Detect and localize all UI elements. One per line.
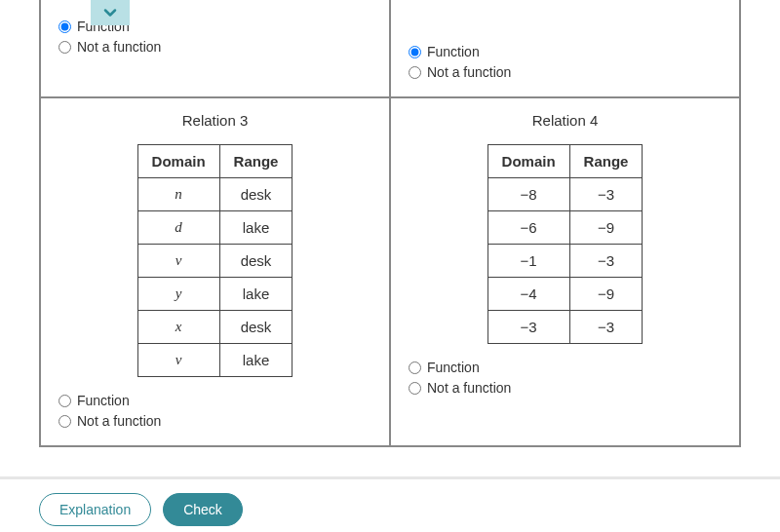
- relation4-function-radio[interactable]: [409, 361, 421, 374]
- table-row: vdesk: [137, 245, 292, 278]
- option-label: Not a function: [77, 411, 161, 432]
- domain-header: Domain: [488, 145, 569, 178]
- relation3-notfunction-option[interactable]: Not a function: [58, 411, 371, 432]
- table-row: ndesk: [137, 178, 292, 211]
- explanation-button[interactable]: Explanation: [39, 493, 151, 526]
- relations-grid: Function Not a function Function Not a f…: [39, 0, 741, 447]
- table-row: −3−3: [488, 311, 643, 344]
- range-header: Range: [219, 145, 292, 178]
- table-row: vlake: [137, 344, 292, 377]
- relation4-notfunction-option[interactable]: Not a function: [409, 378, 722, 399]
- relation2-function-radio[interactable]: [409, 46, 421, 58]
- range-header: Range: [569, 145, 643, 178]
- chevron-down-icon: [100, 3, 120, 22]
- relation2-notfunction-radio[interactable]: [409, 66, 421, 79]
- relation1-notfunction-radio[interactable]: [58, 41, 71, 54]
- relation-2-cell: Function Not a function: [390, 0, 740, 97]
- footer-bar: Explanation Check: [0, 476, 780, 532]
- option-label: Not a function: [77, 37, 161, 57]
- option-label: Function: [427, 42, 480, 62]
- expand-dropdown[interactable]: [91, 0, 130, 25]
- relation3-function-option[interactable]: Function: [58, 391, 371, 411]
- option-label: Function: [77, 391, 130, 411]
- relation4-function-option[interactable]: Function: [409, 358, 722, 378]
- relation2-notfunction-option[interactable]: Not a function: [409, 62, 722, 83]
- table-row: −1−3: [488, 245, 643, 278]
- table-row: −8−3: [488, 178, 643, 211]
- relation1-function-radio[interactable]: [58, 20, 71, 33]
- relation-3-cell: Relation 3 Domain Range ndesk dlake vdes…: [40, 97, 390, 446]
- table-row: −4−9: [488, 278, 643, 311]
- option-label: Not a function: [427, 378, 511, 399]
- domain-header: Domain: [137, 145, 219, 178]
- option-label: Function: [427, 358, 480, 378]
- relation-4-cell: Relation 4 Domain Range −8−3 −6−9 −1−3 −…: [390, 97, 740, 446]
- table-row: xdesk: [137, 311, 292, 344]
- table-row: dlake: [137, 211, 292, 245]
- relation2-function-option[interactable]: Function: [409, 42, 722, 62]
- relation4-notfunction-radio[interactable]: [409, 382, 421, 395]
- relation1-notfunction-option[interactable]: Not a function: [58, 37, 371, 57]
- option-label: Not a function: [427, 62, 511, 83]
- relation3-title: Relation 3: [58, 112, 371, 129]
- table-row: −6−9: [488, 211, 643, 245]
- check-button[interactable]: Check: [163, 493, 243, 526]
- relation3-function-radio[interactable]: [58, 395, 71, 407]
- relation4-table: Domain Range −8−3 −6−9 −1−3 −4−9 −3−3: [488, 144, 644, 344]
- relation3-table: Domain Range ndesk dlake vdesk ylake xde…: [137, 144, 293, 377]
- relation3-notfunction-radio[interactable]: [58, 415, 71, 428]
- relation4-title: Relation 4: [409, 112, 722, 129]
- table-row: ylake: [137, 278, 292, 311]
